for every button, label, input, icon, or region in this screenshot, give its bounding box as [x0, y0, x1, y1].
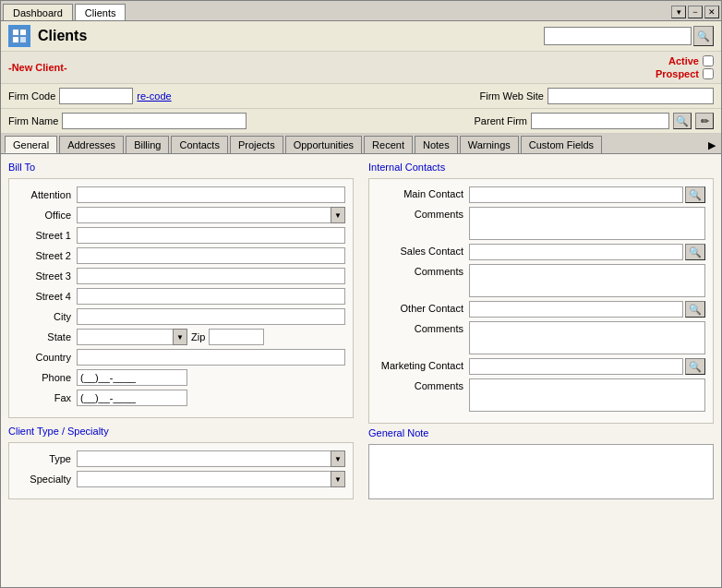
marketing-contact-comments-label: Comments: [377, 378, 469, 391]
active-checkbox[interactable]: [703, 55, 714, 66]
title-search-area: 🔍: [544, 26, 714, 46]
firm-web-site-group: Firm Web Site: [480, 88, 714, 104]
firm-fields-row: Firm Code re-code Firm Web Site: [1, 84, 721, 109]
close-button[interactable]: ✕: [704, 6, 719, 18]
other-contact-label: Other Contact: [377, 301, 469, 314]
type-select[interactable]: [77, 450, 345, 467]
zip-label: Zip: [187, 331, 209, 342]
main-contact-input-wrap: 🔍: [469, 186, 705, 203]
marketing-contact-label: Marketing Contact: [377, 358, 469, 371]
window-tab-clients[interactable]: Clients: [75, 4, 126, 20]
prospect-checkbox[interactable]: [703, 68, 714, 79]
tab-contacts[interactable]: Contacts: [171, 136, 227, 153]
main-content: Bill To Attention Office ▼ Str: [1, 154, 721, 587]
office-label: Office: [17, 210, 77, 221]
firm-code-input[interactable]: [59, 88, 133, 104]
title-search-button[interactable]: 🔍: [693, 26, 714, 46]
tab-billing[interactable]: Billing: [126, 136, 169, 153]
window-controls: ▾ − ✕: [671, 6, 719, 20]
main-contact-input[interactable]: [469, 186, 683, 203]
sales-contact-input[interactable]: [469, 244, 683, 260]
pin-button[interactable]: ▾: [671, 6, 686, 18]
window: Dashboard Clients ▾ − ✕ Clients 🔍: [0, 0, 722, 588]
parent-firm-label: Parent Firm: [475, 115, 527, 126]
office-row: Office ▼: [17, 207, 345, 223]
search-icon: 🔍: [689, 246, 702, 258]
phone-input[interactable]: [77, 369, 187, 386]
firm-web-site-input[interactable]: [548, 88, 714, 104]
title-search-input[interactable]: [544, 27, 692, 45]
marketing-contact-search-button[interactable]: 🔍: [685, 358, 705, 375]
parent-firm-edit-button[interactable]: ✏: [695, 113, 714, 129]
main-contact-comments-textarea[interactable]: [469, 207, 705, 240]
tab-addresses[interactable]: Addresses: [59, 136, 124, 153]
tab-projects[interactable]: Projects: [230, 136, 283, 153]
marketing-contact-comments-row: Comments: [377, 378, 705, 412]
street1-row: Street 1: [17, 227, 345, 244]
other-contact-input[interactable]: [469, 301, 683, 318]
specialty-select-wrapper: ▼: [77, 471, 345, 487]
street3-label: Street 3: [17, 270, 77, 282]
state-select[interactable]: [77, 329, 187, 345]
tab-general[interactable]: General: [5, 136, 57, 153]
street4-input[interactable]: [77, 288, 345, 305]
city-row: City: [17, 308, 345, 325]
minimize-button[interactable]: −: [688, 6, 703, 18]
client-type-box: Type ▼ Specialty ▼: [8, 442, 354, 499]
main-contact-search-button[interactable]: 🔍: [685, 186, 705, 203]
firm-code-label: Firm Code: [8, 90, 55, 102]
type-row: Type ▼: [17, 450, 345, 467]
marketing-contact-comments-textarea[interactable]: [469, 378, 705, 412]
new-client-header: -New Client- Active Prospect: [8, 55, 714, 79]
bill-to-title: Bill To: [8, 162, 354, 173]
street1-input[interactable]: [77, 227, 345, 244]
tab-warnings[interactable]: Warnings: [460, 136, 519, 153]
tab-recent[interactable]: Recent: [364, 136, 413, 153]
sales-contact-comments-textarea[interactable]: [469, 264, 705, 297]
tab-custom-fields[interactable]: Custom Fields: [521, 136, 602, 153]
other-contact-search-button[interactable]: 🔍: [685, 301, 705, 318]
tab-opportunities[interactable]: Opportunities: [285, 136, 362, 153]
street3-input[interactable]: [77, 268, 345, 284]
active-prospect-area: Active Prospect: [656, 55, 714, 79]
other-contact-comments-row: Comments: [377, 321, 705, 354]
other-contact-comments-textarea[interactable]: [469, 321, 705, 354]
search-icon: 🔍: [689, 189, 702, 201]
office-select[interactable]: [77, 207, 345, 223]
tab-notes[interactable]: Notes: [415, 136, 458, 153]
street2-input[interactable]: [77, 247, 345, 264]
other-contact-row: Other Contact 🔍: [377, 301, 705, 318]
sales-contact-search-button[interactable]: 🔍: [685, 244, 705, 260]
recode-link[interactable]: re-code: [137, 90, 171, 102]
parent-firm-input[interactable]: [531, 113, 669, 129]
street4-label: Street 4: [17, 291, 77, 302]
bill-to-section: Bill To Attention Office ▼ Str: [1, 154, 361, 587]
content-tabs: General Addresses Billing Contacts Proje…: [1, 134, 721, 154]
window-tab-dashboard[interactable]: Dashboard: [3, 4, 73, 20]
bill-to-box: Attention Office ▼ Street 1: [8, 178, 354, 418]
specialty-select[interactable]: [77, 471, 345, 487]
parent-firm-search-button[interactable]: 🔍: [673, 113, 692, 129]
country-input[interactable]: [77, 349, 345, 366]
attention-label: Attention: [17, 189, 77, 200]
main-contact-comments-label: Comments: [377, 207, 469, 220]
tabs-arrow[interactable]: ▶: [704, 138, 719, 153]
firm-name-row: Firm Name Parent Firm 🔍 ✏: [1, 109, 721, 134]
marketing-contact-input-wrap: 🔍: [469, 358, 705, 375]
firm-name-input[interactable]: [62, 113, 247, 129]
phone-label: Phone: [17, 372, 77, 383]
marketing-contact-input[interactable]: [469, 358, 683, 375]
zip-input[interactable]: [209, 329, 264, 345]
svg-rect-1: [13, 30, 18, 35]
street3-row: Street 3: [17, 268, 345, 284]
city-input[interactable]: [77, 308, 345, 325]
type-label: Type: [17, 453, 77, 464]
client-type-section: Client Type / Specialty Type ▼ Specialty: [8, 426, 354, 499]
fax-row: Fax: [17, 390, 345, 406]
fax-input[interactable]: [77, 390, 187, 406]
type-select-wrapper: ▼: [77, 450, 345, 467]
general-note-textarea[interactable]: [368, 444, 714, 499]
search-icon: 🔍: [676, 115, 689, 127]
country-label: Country: [17, 352, 77, 363]
attention-input[interactable]: [77, 186, 345, 203]
